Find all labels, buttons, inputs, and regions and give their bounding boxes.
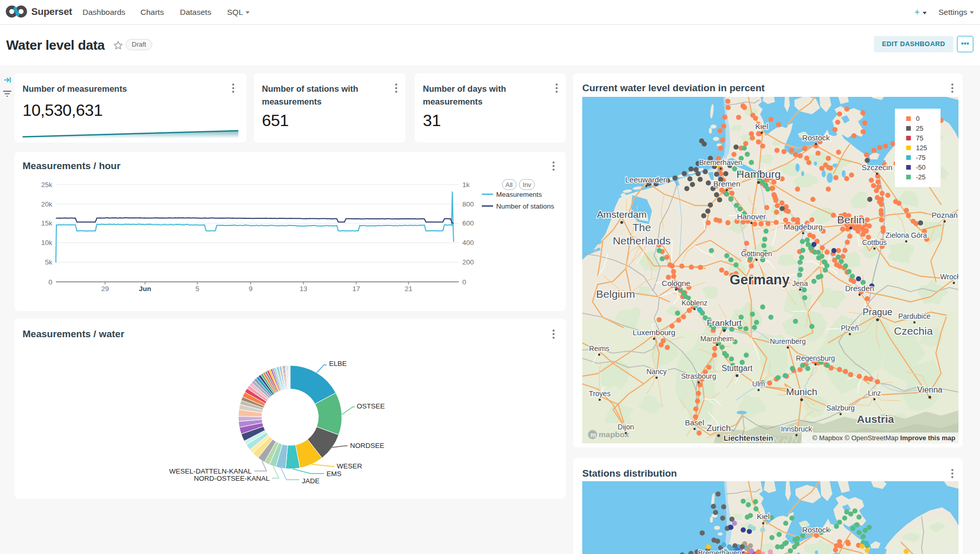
svg-text:Measurements: Measurements bbox=[496, 191, 542, 198]
svg-text:400: 400 bbox=[462, 239, 474, 247]
svg-text:25: 25 bbox=[916, 125, 923, 132]
svg-text:JADE: JADE bbox=[302, 477, 320, 485]
svg-text:mapbox: mapbox bbox=[599, 430, 629, 439]
svg-text:The: The bbox=[632, 221, 651, 233]
svg-text:NORDSEE: NORDSEE bbox=[350, 442, 384, 449]
svg-text:Bremerhaven: Bremerhaven bbox=[698, 549, 741, 554]
svg-text:© Mapbox © OpenStreetMap Impro: © Mapbox © OpenStreetMap Improve this ma… bbox=[812, 434, 955, 442]
svg-text:75: 75 bbox=[916, 134, 923, 142]
svg-text:Wrocław: Wrocław bbox=[940, 273, 958, 281]
svg-text:Ulm: Ulm bbox=[752, 380, 765, 388]
svg-text:Szczecin: Szczecin bbox=[862, 163, 892, 172]
svg-text:Strasbourg: Strasbourg bbox=[681, 372, 716, 380]
svg-text:0: 0 bbox=[462, 278, 466, 286]
svg-text:125: 125 bbox=[916, 144, 927, 152]
svg-text:Basel: Basel bbox=[685, 418, 704, 427]
svg-text:Linz: Linz bbox=[868, 389, 881, 397]
svg-text:0: 0 bbox=[48, 278, 52, 286]
svg-text:Munich: Munich bbox=[786, 386, 817, 397]
svg-text:Kiel: Kiel bbox=[757, 512, 769, 521]
svg-text:Zielona Góra: Zielona Góra bbox=[886, 231, 927, 239]
svg-text:600: 600 bbox=[462, 219, 474, 227]
svg-text:10k: 10k bbox=[41, 239, 52, 247]
svg-text:Zurich: Zurich bbox=[706, 423, 730, 433]
svg-text:800: 800 bbox=[462, 200, 474, 208]
svg-text:Stuttgart: Stuttgart bbox=[722, 364, 753, 373]
svg-text:Mannheim: Mannheim bbox=[700, 335, 733, 343]
svg-text:0: 0 bbox=[916, 115, 920, 122]
svg-text:Berlin: Berlin bbox=[837, 214, 865, 225]
svg-text:-75: -75 bbox=[916, 154, 926, 161]
svg-text:Jun: Jun bbox=[139, 285, 151, 293]
svg-text:Hanover: Hanover bbox=[737, 212, 766, 221]
svg-text:Innsbruck: Innsbruck bbox=[781, 425, 813, 433]
svg-text:NORD-OSTSEE-KANAL: NORD-OSTSEE-KANAL bbox=[194, 475, 270, 482]
svg-text:Kiel: Kiel bbox=[755, 122, 768, 131]
svg-text:Netherlands: Netherlands bbox=[612, 235, 670, 247]
svg-text:Poznań: Poznań bbox=[932, 211, 958, 219]
svg-text:Salzburg: Salzburg bbox=[826, 404, 854, 412]
svg-text:OSTSEE: OSTSEE bbox=[357, 402, 385, 410]
svg-text:Dresden: Dresden bbox=[845, 284, 874, 293]
svg-text:5: 5 bbox=[195, 285, 199, 293]
svg-text:ELBE: ELBE bbox=[329, 360, 347, 367]
svg-text:25k: 25k bbox=[41, 181, 52, 189]
svg-text:m: m bbox=[590, 432, 596, 439]
svg-text:Pardubice: Pardubice bbox=[898, 312, 930, 320]
svg-text:17: 17 bbox=[352, 285, 360, 293]
svg-text:Czechia: Czechia bbox=[894, 325, 933, 337]
svg-text:13: 13 bbox=[299, 285, 307, 293]
svg-text:EMS: EMS bbox=[326, 470, 341, 478]
svg-text:Cottbus: Cottbus bbox=[862, 238, 887, 247]
svg-text:Germany: Germany bbox=[729, 272, 789, 288]
svg-text:Amsterdam: Amsterdam bbox=[597, 209, 646, 220]
svg-text:Göttingen: Göttingen bbox=[741, 250, 772, 258]
svg-text:Bremen: Bremen bbox=[713, 179, 741, 188]
svg-text:Leeuwarden: Leeuwarden bbox=[625, 175, 668, 184]
svg-text:Luxembourg: Luxembourg bbox=[632, 328, 675, 337]
svg-text:-50: -50 bbox=[916, 163, 926, 171]
svg-text:Nuremberg: Nuremberg bbox=[770, 337, 806, 345]
svg-text:Liechtenstein: Liechtenstein bbox=[724, 434, 773, 442]
svg-text:9: 9 bbox=[249, 285, 253, 293]
svg-text:Nancy: Nancy bbox=[646, 367, 667, 376]
svg-text:Rostock: Rostock bbox=[802, 133, 830, 142]
svg-text:Number of stations: Number of stations bbox=[496, 202, 555, 210]
svg-text:-25: -25 bbox=[916, 173, 926, 181]
svg-text:Regensburg: Regensburg bbox=[796, 354, 835, 362]
svg-text:All: All bbox=[505, 181, 513, 189]
svg-text:21: 21 bbox=[404, 285, 412, 293]
svg-text:200: 200 bbox=[462, 258, 474, 266]
svg-text:Rostock: Rostock bbox=[802, 525, 830, 534]
svg-text:WESER: WESER bbox=[337, 462, 362, 470]
svg-text:1k: 1k bbox=[462, 181, 470, 189]
svg-text:WESEL-DATTELN-KANAL: WESEL-DATTELN-KANAL bbox=[169, 467, 252, 475]
svg-text:Plzeň: Plzeň bbox=[841, 324, 859, 332]
svg-text:Prague: Prague bbox=[863, 307, 892, 317]
svg-text:Reims: Reims bbox=[589, 344, 609, 353]
svg-text:Hamburg: Hamburg bbox=[737, 168, 781, 180]
svg-text:Belgium: Belgium bbox=[596, 288, 635, 300]
svg-text:20k: 20k bbox=[41, 200, 52, 208]
svg-text:Jena: Jena bbox=[792, 279, 808, 288]
svg-text:Koblenz: Koblenz bbox=[682, 299, 708, 307]
svg-text:Bremerhaven: Bremerhaven bbox=[699, 158, 742, 167]
svg-text:Austria: Austria bbox=[857, 413, 894, 425]
svg-text:Troyes: Troyes bbox=[589, 389, 610, 398]
svg-text:Magdeburg: Magdeburg bbox=[784, 222, 823, 231]
svg-text:29: 29 bbox=[101, 285, 109, 293]
svg-text:Frankfurt: Frankfurt bbox=[707, 318, 742, 328]
svg-text:Vienna: Vienna bbox=[917, 385, 943, 394]
svg-text:Cologne: Cologne bbox=[662, 279, 690, 288]
svg-text:5k: 5k bbox=[45, 258, 53, 266]
svg-text:15k: 15k bbox=[41, 219, 52, 227]
svg-text:Inv: Inv bbox=[523, 181, 532, 189]
